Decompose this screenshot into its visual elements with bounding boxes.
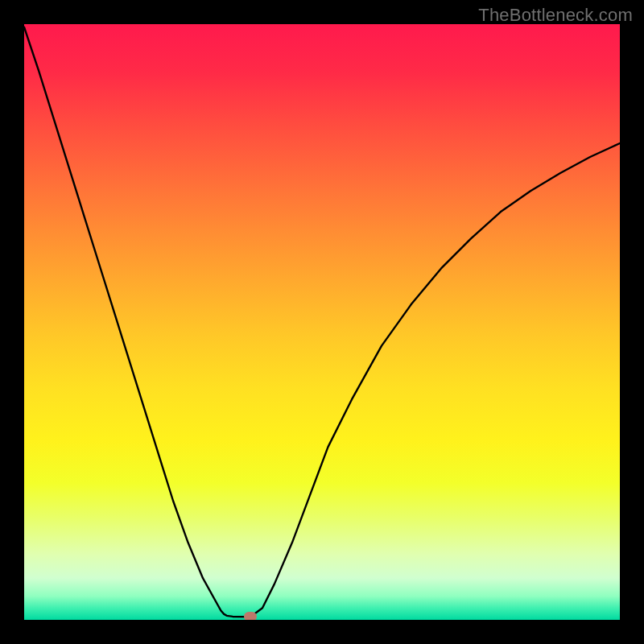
watermark-text: TheBottleneck.com	[478, 5, 633, 26]
plot-area	[24, 24, 620, 620]
minimum-marker	[244, 612, 257, 620]
bottleneck-curve	[24, 24, 620, 620]
chart-frame: TheBottleneck.com	[0, 0, 644, 644]
